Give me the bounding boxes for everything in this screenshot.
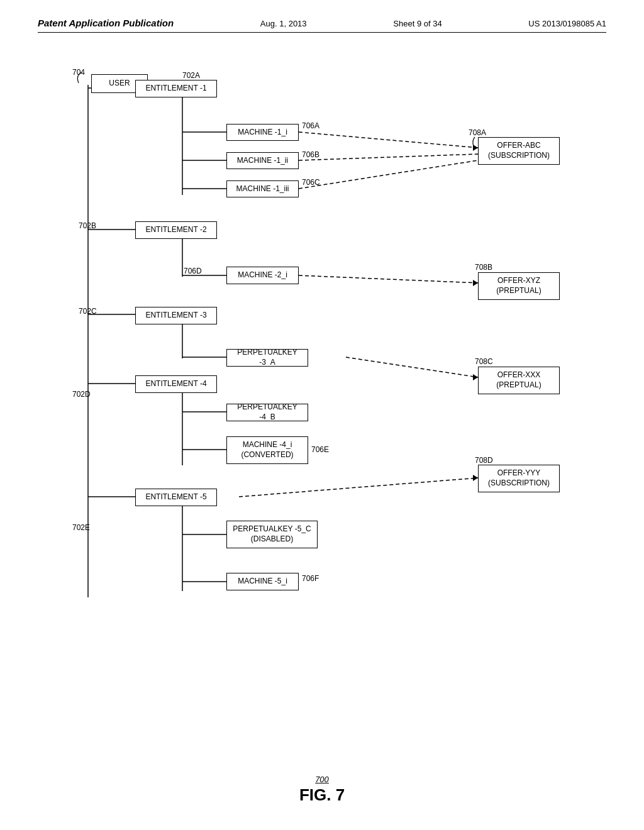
svg-marker-26 xyxy=(473,145,478,151)
publication-date: Aug. 1, 2013 xyxy=(260,19,307,28)
sheet-info: Sheet 9 of 34 xyxy=(393,19,441,28)
figure-number: 700 xyxy=(299,775,345,784)
offerxyz-box: OFFER-XYZ (PREPTUAL) xyxy=(478,272,560,300)
entitlement2-box: ENTITLEMENT -2 xyxy=(135,221,217,239)
machine1iii-box: MACHINE -1_iii xyxy=(226,180,299,197)
ref-702d: 702D xyxy=(72,390,91,399)
ref-706b: 706B xyxy=(302,150,319,159)
figure-title: FIG. 7 xyxy=(299,785,345,805)
ref-706f: 706F xyxy=(302,574,319,583)
offerabc-box: OFFER-ABC (SUBSCRIPTION) xyxy=(478,137,560,165)
machine1i-box: MACHINE -1_i xyxy=(226,124,299,141)
ref-706c: 706C xyxy=(302,178,320,187)
figure-label: 700 FIG. 7 xyxy=(299,775,345,805)
ref-708b: 708B xyxy=(475,263,492,272)
ref-702e: 702E xyxy=(72,523,90,532)
ref-706e: 706E xyxy=(311,445,329,454)
svg-line-7 xyxy=(299,154,478,160)
svg-marker-27 xyxy=(473,280,478,286)
entitlement1-box: ENTITLEMENT -1 xyxy=(135,80,217,97)
ref-702a: 702A xyxy=(182,71,200,80)
ref-702c: 702C xyxy=(79,307,97,316)
svg-line-22 xyxy=(239,478,478,497)
perpetualkey4b-box: PERPETUALKEY -4_B xyxy=(226,404,308,421)
machine4i-box: MACHINE -4_i (CONVERTED) xyxy=(226,436,308,464)
page: Patent Application Publication Aug. 1, 2… xyxy=(0,0,644,830)
diagram: USER 704 ENTITLEMENT -1 702A MACHINE -1_… xyxy=(38,50,606,755)
svg-marker-28 xyxy=(473,374,478,380)
svg-marker-29 xyxy=(473,475,478,481)
patent-number: US 2013/0198085 A1 xyxy=(528,19,606,28)
svg-line-12 xyxy=(299,275,478,283)
svg-line-6 xyxy=(299,132,478,148)
machine1ii-box: MACHINE -1_ii xyxy=(226,152,299,169)
machine2i-box: MACHINE -2_i xyxy=(226,267,299,284)
svg-line-16 xyxy=(346,357,478,377)
ref-706d: 706D xyxy=(184,267,202,275)
publication-title: Patent Application Publication xyxy=(38,18,174,28)
machine5i-box: MACHINE -5_i xyxy=(226,573,299,590)
offerxxx-box: OFFER-XXX (PREPTUAL) xyxy=(478,367,560,394)
entitlement5-box: ENTITLEMENT -5 xyxy=(135,489,217,506)
offeryyyy-box: OFFER-YYY (SUBSCRIPTION) xyxy=(478,465,560,492)
ref-704: 704 xyxy=(72,68,85,77)
header: Patent Application Publication Aug. 1, 2… xyxy=(38,18,606,33)
entitlement4-box: ENTITLEMENT -4 xyxy=(135,375,217,393)
ref-708a: 708A xyxy=(469,128,486,137)
entitlement3-box: ENTITLEMENT -3 xyxy=(135,307,217,324)
ref-708c: 708C xyxy=(475,357,493,366)
ref-702b: 702B xyxy=(79,221,96,230)
svg-line-8 xyxy=(299,160,478,189)
ref-706a: 706A xyxy=(302,121,319,130)
ref-708d: 708D xyxy=(475,456,493,465)
perpetualkey5c-box: PERPETUALKEY -5_C (DISABLED) xyxy=(226,521,318,548)
perpetualkey3a-box: PERPETUALKEY -3_A xyxy=(226,349,308,367)
